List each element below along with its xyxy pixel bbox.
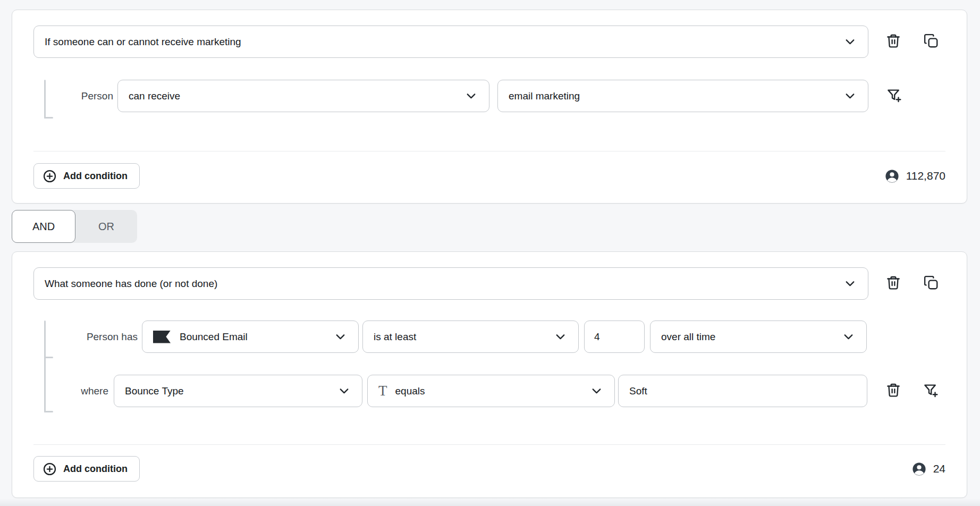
event-condition-row: Person has Bounced Email is at least ove… (33, 321, 945, 353)
event-count-operator-value: is at least (374, 331, 416, 343)
tree-connector-tick (44, 411, 53, 412)
chevron-down-icon (589, 384, 604, 398)
chevron-down-icon (843, 276, 857, 291)
condition-group-1-body: Person can receive email marketing (33, 80, 945, 189)
filter-plus-icon (923, 382, 939, 400)
consent-verb-value: can receive (129, 90, 180, 102)
plus-circle-icon (43, 169, 63, 183)
condition-group-1-footer: Add condition 112,870 (33, 163, 945, 189)
flag-icon (153, 331, 171, 343)
add-condition-button[interactable]: Add condition (33, 163, 140, 189)
group-joiner-toggle: AND OR (12, 210, 137, 243)
timeframe-value: over all time (661, 331, 715, 343)
condition-type-value: If someone can or cannot receive marketi… (45, 36, 241, 48)
chevron-down-icon (464, 89, 478, 103)
tree-connector-tick (44, 117, 53, 119)
person-circle-icon (884, 168, 900, 184)
group-divider (33, 151, 945, 151)
event-select[interactable]: Bounced Email (142, 321, 359, 353)
copy-icon (923, 274, 939, 293)
duplicate-group-button[interactable] (923, 275, 940, 293)
marketing-channel-select[interactable]: email marketing (497, 80, 868, 112)
chevron-down-icon (337, 384, 351, 398)
consent-verb-select[interactable]: can receive (117, 80, 489, 112)
tree-connector-tick (44, 357, 53, 358)
trash-icon (885, 32, 901, 51)
add-filter-button[interactable] (885, 87, 902, 105)
audience-count-value: 112,870 (906, 170, 945, 182)
chevron-down-icon (843, 89, 857, 103)
condition-group-2-footer: Add condition 24 (33, 456, 945, 482)
condition-type-select[interactable]: What someone has done (or not done) (33, 267, 868, 300)
condition-row: Person can receive email marketing (33, 80, 945, 112)
joiner-and-button[interactable]: AND (12, 210, 75, 243)
condition-group-2: What someone has done (or not done) Pers… (12, 251, 967, 498)
condition-subject-label: Person has (33, 331, 138, 343)
attribute-operator-value: equals (395, 385, 425, 397)
marketing-channel-value: email marketing (509, 90, 580, 102)
chevron-down-icon (841, 330, 856, 344)
attribute-operator-select[interactable]: T equals (367, 375, 615, 407)
attribute-value-input[interactable] (618, 375, 867, 407)
page-bottom-fade (0, 499, 980, 506)
trash-icon (885, 382, 901, 400)
duplicate-group-button[interactable] (923, 33, 940, 51)
add-condition-label: Add condition (63, 171, 128, 182)
condition-group-2-header: What someone has done (or not done) (33, 267, 945, 300)
event-count-operator-select[interactable]: is at least (362, 321, 579, 353)
event-count-input[interactable] (584, 321, 645, 353)
joiner-or-button[interactable]: OR (75, 210, 137, 243)
delete-filter-button[interactable] (885, 382, 902, 400)
chevron-down-icon (843, 35, 857, 49)
copy-icon (923, 32, 939, 51)
text-type-icon: T (378, 384, 387, 398)
event-attribute-select[interactable]: Bounce Type (114, 375, 362, 407)
filter-where-label: where (33, 385, 108, 397)
chevron-down-icon (333, 330, 348, 344)
condition-type-select[interactable]: If someone can or cannot receive marketi… (33, 26, 868, 58)
condition-group-1: If someone can or cannot receive marketi… (12, 10, 967, 204)
condition-group-1-header: If someone can or cannot receive marketi… (33, 26, 945, 58)
audience-count-value: 24 (933, 462, 945, 475)
chevron-down-icon (553, 330, 568, 344)
condition-type-value: What someone has done (or not done) (45, 278, 217, 290)
group-divider (33, 444, 945, 445)
condition-group-2-body: Person has Bounced Email is at least ove… (33, 321, 945, 482)
add-condition-button[interactable]: Add condition (33, 456, 140, 482)
event-filter-row: where Bounce Type T equals (33, 375, 945, 407)
trash-icon (885, 274, 901, 293)
timeframe-select[interactable]: over all time (650, 321, 867, 353)
audience-count: 112,870 (884, 168, 945, 184)
add-filter-button[interactable] (922, 382, 939, 400)
add-condition-label: Add condition (63, 463, 128, 475)
plus-circle-icon (43, 462, 63, 476)
delete-group-button[interactable] (885, 33, 902, 51)
person-circle-icon (911, 461, 927, 477)
filter-plus-icon (886, 87, 902, 105)
delete-group-button[interactable] (885, 275, 902, 293)
event-value: Bounced Email (180, 331, 248, 343)
event-attribute-value: Bounce Type (125, 385, 184, 397)
condition-subject-label: Person (33, 90, 113, 102)
audience-count: 24 (911, 461, 945, 477)
